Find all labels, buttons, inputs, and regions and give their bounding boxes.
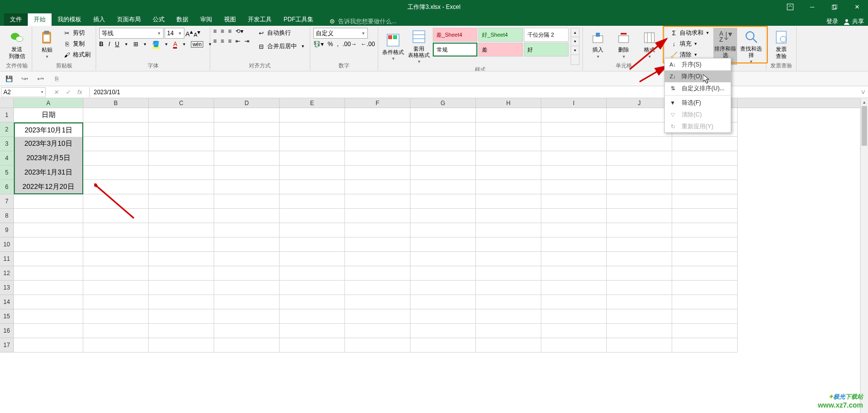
cell[interactable] bbox=[607, 309, 672, 324]
cell[interactable] bbox=[607, 295, 672, 309]
cell[interactable] bbox=[280, 266, 345, 281]
cell[interactable] bbox=[214, 309, 280, 324]
cell[interactable] bbox=[541, 324, 607, 338]
cell[interactable] bbox=[476, 223, 541, 237]
cell[interactable] bbox=[476, 281, 541, 295]
sort-desc-item[interactable]: Z↓降序(O) bbox=[665, 70, 731, 82]
cell[interactable] bbox=[83, 237, 149, 252]
percent-icon[interactable]: % bbox=[328, 41, 333, 48]
align-left-icon[interactable]: ≡ bbox=[213, 38, 217, 45]
row-header[interactable]: 9 bbox=[0, 223, 14, 237]
row-header[interactable]: 10 bbox=[0, 237, 14, 252]
style-normal[interactable]: 常规 bbox=[433, 43, 477, 57]
cell[interactable] bbox=[345, 180, 410, 194]
tab-insert[interactable]: 插入 bbox=[87, 13, 111, 26]
cell[interactable] bbox=[607, 194, 672, 209]
col-header-G[interactable]: G bbox=[410, 98, 476, 108]
cell[interactable] bbox=[214, 324, 280, 338]
orientation-icon[interactable]: ⟲▾ bbox=[235, 28, 243, 35]
cell[interactable] bbox=[607, 209, 672, 223]
cancel-formula-icon[interactable]: ✕ bbox=[51, 87, 61, 97]
insert-cells-button[interactable]: 插入▼ bbox=[586, 28, 610, 61]
cell[interactable] bbox=[672, 166, 738, 180]
cell[interactable] bbox=[280, 166, 345, 180]
cell[interactable] bbox=[83, 151, 149, 166]
spreadsheet-grid[interactable]: A B C D E F G H I J K 1日期22023年10月1日3202… bbox=[0, 98, 868, 413]
cell[interactable] bbox=[607, 180, 672, 194]
merge-center-button[interactable]: ⊟合并后居中▼ bbox=[255, 41, 307, 52]
cell[interactable] bbox=[83, 209, 149, 223]
cell[interactable] bbox=[672, 309, 738, 324]
cell[interactable] bbox=[607, 166, 672, 180]
cell[interactable] bbox=[14, 281, 83, 295]
indent-increase-icon[interactable]: ⇥ bbox=[244, 38, 249, 45]
cell[interactable] bbox=[541, 252, 607, 266]
help-ribbon-icon[interactable] bbox=[779, 0, 801, 14]
cell[interactable] bbox=[149, 237, 214, 252]
row-header[interactable]: 17 bbox=[0, 338, 14, 353]
cell[interactable] bbox=[214, 166, 280, 180]
cell[interactable] bbox=[541, 151, 607, 166]
row-header[interactable]: 13 bbox=[0, 281, 14, 295]
cell[interactable] bbox=[345, 309, 410, 324]
cell[interactable] bbox=[672, 209, 738, 223]
cell[interactable] bbox=[672, 295, 738, 309]
cell[interactable] bbox=[410, 281, 476, 295]
align-bottom-icon[interactable]: ≡ bbox=[228, 28, 231, 35]
cell[interactable] bbox=[83, 166, 149, 180]
cell[interactable] bbox=[410, 338, 476, 353]
style-good[interactable]: 好 bbox=[524, 43, 569, 57]
cell[interactable] bbox=[149, 180, 214, 194]
cell[interactable] bbox=[280, 194, 345, 209]
find-select-button[interactable]: 查找和选择▼ bbox=[739, 28, 763, 65]
cell[interactable]: 日期 bbox=[14, 108, 83, 122]
cell[interactable] bbox=[280, 324, 345, 338]
cell[interactable] bbox=[149, 295, 214, 309]
expand-formula-bar-icon[interactable]: ⋁ bbox=[858, 90, 868, 94]
style-bad-sheet4[interactable]: 差_Sheet4 bbox=[433, 28, 477, 42]
underline-button[interactable]: U bbox=[115, 41, 119, 48]
style-thousand[interactable]: 千位分隔 2 bbox=[524, 28, 569, 42]
cell[interactable] bbox=[476, 137, 541, 151]
cell[interactable] bbox=[410, 266, 476, 281]
align-middle-icon[interactable]: ≡ bbox=[221, 28, 224, 35]
increase-decimal-icon[interactable]: .00→ bbox=[343, 41, 357, 48]
cell[interactable] bbox=[83, 324, 149, 338]
cell[interactable] bbox=[541, 295, 607, 309]
cell[interactable] bbox=[149, 252, 214, 266]
tab-view[interactable]: 视图 bbox=[218, 13, 242, 26]
cell[interactable] bbox=[476, 209, 541, 223]
style-gallery[interactable]: 差_Sheet4 好_Sheet4 千位分隔 2 常规 差 好 bbox=[433, 28, 569, 65]
cell[interactable] bbox=[607, 338, 672, 353]
custom-sort-item[interactable]: ⇅自定义排序(U)... bbox=[665, 82, 731, 94]
cell[interactable] bbox=[214, 237, 280, 252]
cell[interactable] bbox=[280, 309, 345, 324]
cell[interactable] bbox=[280, 281, 345, 295]
cell[interactable] bbox=[476, 237, 541, 252]
cell[interactable] bbox=[280, 180, 345, 194]
cell[interactable] bbox=[541, 281, 607, 295]
cell[interactable] bbox=[541, 209, 607, 223]
cell[interactable] bbox=[214, 194, 280, 209]
cell[interactable] bbox=[541, 237, 607, 252]
cell[interactable] bbox=[83, 338, 149, 353]
col-header-B[interactable]: B bbox=[83, 98, 149, 108]
cell[interactable] bbox=[214, 137, 280, 151]
row-header[interactable]: 14 bbox=[0, 295, 14, 309]
cell[interactable] bbox=[410, 252, 476, 266]
cell[interactable] bbox=[280, 151, 345, 166]
vertical-scrollbar[interactable]: ▲ bbox=[860, 98, 868, 413]
cell[interactable] bbox=[410, 237, 476, 252]
row-header[interactable]: 2 bbox=[0, 122, 14, 137]
cell[interactable] bbox=[476, 309, 541, 324]
cell[interactable] bbox=[410, 324, 476, 338]
cell[interactable] bbox=[541, 122, 607, 137]
cell[interactable] bbox=[476, 122, 541, 137]
cell[interactable] bbox=[345, 237, 410, 252]
cell[interactable] bbox=[672, 338, 738, 353]
cell[interactable] bbox=[14, 252, 83, 266]
cell[interactable]: 2023年2月5日 bbox=[14, 151, 83, 166]
cell[interactable] bbox=[149, 309, 214, 324]
tab-data[interactable]: 数据 bbox=[171, 13, 194, 26]
cell[interactable] bbox=[149, 223, 214, 237]
